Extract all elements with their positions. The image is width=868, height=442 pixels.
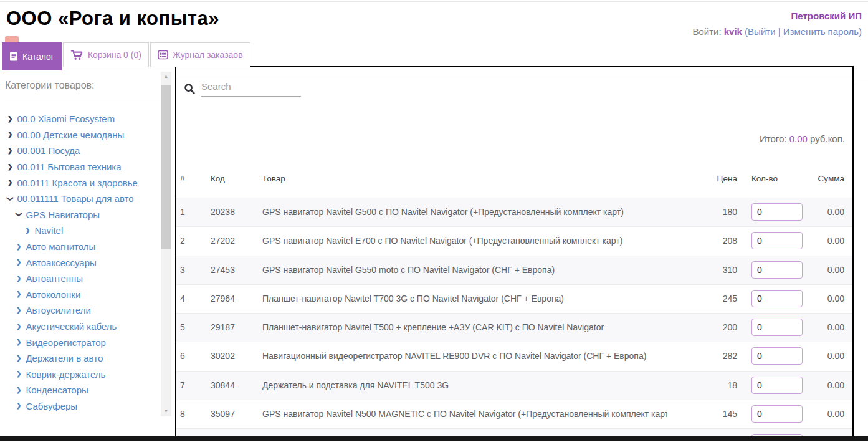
chevron-right-icon[interactable]: ❯ [16,387,21,393]
total-units: руб.коп. [810,133,845,144]
chevron-right-icon[interactable]: ❯ [7,180,12,186]
qty-input[interactable] [751,377,803,394]
table-body: 120238GPS навигатор Navitel G500 с ПО Na… [176,198,852,436]
category-link[interactable]: Видеорегистратор [26,337,105,348]
category-link[interactable]: 00.0111 Красота и здоровье [17,178,137,188]
qty-input[interactable] [751,290,803,307]
category-link[interactable]: 00.0 Xiaomi Ecosystem [17,113,115,124]
product-price: 245 [675,285,737,313]
search-input[interactable] [201,80,301,97]
category-link[interactable]: Авто магнитолы [26,241,95,252]
table-row: 835097GPS навигатор Navitel N500 MAGNETI… [176,400,852,429]
table-header: #КодТоварЦенаКол-воСумма [176,170,852,188]
category-link[interactable]: Автоколонки [26,289,80,300]
qty-input[interactable] [751,319,803,336]
chevron-right-icon[interactable]: ❯ [16,291,21,297]
column-header: Код [211,170,225,188]
column-header: Товар [262,170,285,188]
sidebar-item: ❯00.0 Xiaomi Ecosystem [0,111,160,127]
product-code: 20238 [211,198,235,226]
journal-icon [158,50,168,60]
tab-order-journal[interactable]: Журнал заказаов [150,42,250,67]
product-name: Держатель и подставка для NAVITEL T500 3… [262,372,449,400]
row-number: 5 [180,314,185,342]
search-icon [184,83,196,97]
product-name: GPS навигатор Navitel E700 с ПО Navitel … [262,227,622,255]
product-name: GPS навигатор Navitel G500 с ПО Navitel … [262,198,624,226]
username-link[interactable]: kvik [724,26,742,37]
chevron-right-icon[interactable]: ❯ [7,132,12,138]
product-code: 29187 [211,314,235,342]
category-link[interactable]: GPS Навигаторы [26,209,100,220]
tab-label: Журнал заказаов [173,50,243,60]
category-link[interactable]: Держатели в авто [26,353,103,363]
category-link[interactable]: Конденсаторы [26,385,88,395]
chevron-right-icon[interactable]: ❯ [25,228,30,234]
login-line: Войти: kvik (Выйти | Изменить пароль) [692,27,862,36]
chevron-right-icon[interactable]: ❯ [16,276,21,282]
category-link[interactable]: 00.00 Детские чемоданы [17,130,124,140]
sidebar-item: ❯Автоантенны [0,271,160,287]
chevron-right-icon[interactable]: ❯ [16,355,21,362]
chevron-right-icon[interactable]: ❯ [16,259,21,266]
chevron-right-icon[interactable]: ❯ [7,164,12,170]
chevron-right-icon[interactable]: ❯ [16,339,21,345]
product-name: GPS навигатор Navitel G550 moto с ПО Nav… [262,256,555,284]
category-link[interactable]: Автоаксессуары [26,257,96,268]
category-link[interactable]: Автоусилители [26,305,91,315]
account-name: Петровский ИП [692,11,862,21]
category-link[interactable]: 00.001 Посуда [17,145,80,156]
product-price: 18 [675,372,737,400]
scrollbar-up-arrow[interactable]: ▲ [161,72,171,82]
tab-bar: КаталогКорзина 0 (0)Журнал заказаов [2,42,250,70]
chevron-down-icon[interactable]: ❯ [7,196,13,201]
row-number: 1 [180,198,185,226]
window-top-divider [0,1,868,2]
page-bottom-bar [0,436,868,441]
product-code: 27202 [211,227,235,255]
qty-input[interactable] [751,203,803,221]
sidebar-item: ❯00.0111 Красота и здоровье [0,175,160,191]
logout-link[interactable]: Выйти [748,26,775,37]
chevron-right-icon[interactable]: ❯ [16,324,21,330]
tab-catalog[interactable]: Каталог [2,42,62,70]
chevron-right-icon[interactable]: ❯ [16,371,21,377]
tab-label: Каталог [22,52,54,62]
qty-input[interactable] [751,261,803,279]
tab-cart[interactable]: Корзина 0 (0) [63,42,149,67]
qty-input[interactable] [751,434,803,436]
product-price: 208 [675,227,737,255]
chevron-down-icon[interactable]: ❯ [16,212,22,217]
category-link[interactable]: Автоантенны [26,273,83,284]
column-header: Цена [675,170,737,188]
row-number: 2 [180,227,185,255]
chevron-right-icon[interactable]: ❯ [16,244,21,250]
scrollbar-thumb[interactable] [161,85,171,249]
table-row: 227202GPS навигатор Navitel E700 с ПО Na… [176,227,852,256]
sidebar-item: ❯Видеорегистратор [0,334,160,350]
chevron-right-icon[interactable]: ❯ [7,148,12,154]
category-link[interactable]: 00.011111 Товары для авто [17,193,133,204]
category-link[interactable]: Сабвуферы [26,401,77,411]
table-row: 327453GPS навигатор Navitel G550 moto с … [176,256,852,285]
scrollbar-down-arrow[interactable]: ▼ [161,406,171,416]
catalog-panel: Итого: 0.00 руб.коп. #КодТоварЦенаКол-во… [175,66,854,436]
product-price: 200 [675,314,737,342]
category-link[interactable]: 00.011 Бытовая техника [17,161,121,172]
qty-input[interactable] [751,232,803,249]
qty-input[interactable] [751,405,803,423]
paren-close: ) [859,26,862,37]
category-link[interactable]: Коврик-держатель [26,369,105,380]
category-link[interactable]: Акустический кабель [26,321,117,332]
chevron-right-icon[interactable]: ❯ [16,307,21,314]
chevron-right-icon[interactable]: ❯ [16,403,21,409]
total-label: Итого: [760,133,786,144]
chevron-right-icon[interactable]: ❯ [7,116,12,122]
sidebar-item: ❯Конденсаторы [0,382,160,398]
change-password-link[interactable]: Изменить пароль [783,26,859,37]
category-link[interactable]: Navitel [34,225,63,236]
sidebar-item: ❯Автоколонки [0,287,160,303]
qty-input[interactable] [751,347,803,365]
sidebar-scrollbar[interactable]: ▲ ▼ [161,72,171,416]
product-code: 30202 [211,342,235,370]
